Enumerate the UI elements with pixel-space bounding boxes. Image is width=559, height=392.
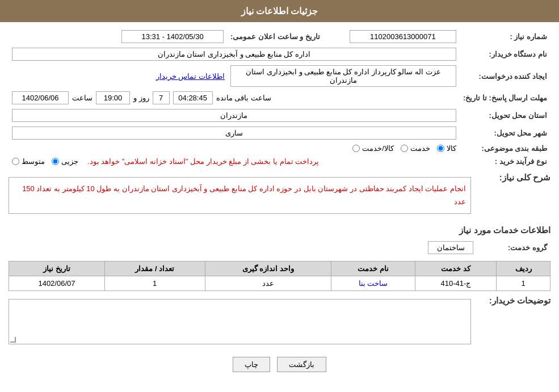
city-value: ساری: [12, 127, 456, 140]
days-label: روز و: [133, 94, 149, 102]
row-qty: 1: [104, 276, 205, 290]
announce-time-value: 1402/05/30 - 13:31: [121, 30, 224, 43]
contact-link[interactable]: اطلاعات تماس خریدار: [156, 72, 225, 81]
category-option-2-label: خدمت: [410, 144, 430, 153]
category-option-2[interactable]: خدمت: [401, 144, 430, 153]
requester-label: ایجاد کننده درخواست:: [460, 63, 550, 89]
services-section-title: اطلاعات خدمات مورد نیاز: [9, 225, 550, 235]
description-label: شرح کلی نیاز:: [477, 172, 550, 183]
buyer-org-label: نام دستگاه خریدار:: [460, 45, 550, 63]
need-number-value: 1102003613000071: [350, 30, 456, 43]
buyer-notes-box: [9, 299, 471, 344]
province-value: مازندران: [12, 109, 456, 122]
row-date: 1402/06/07: [9, 276, 105, 290]
purchase-type-متوسط[interactable]: متوسط: [12, 157, 45, 166]
category-option-3-label: کالا/خدمت: [362, 144, 394, 153]
service-group-label: گروه خدمت:: [477, 239, 550, 256]
days-value: 7: [153, 91, 170, 104]
buyer-notes-label: توضیحات خریدار:: [477, 296, 550, 306]
hours-value: 04:28:45: [173, 91, 213, 104]
purchase-type-جزیی-label: جزیی: [61, 157, 78, 166]
row-code: ج-41-410: [415, 276, 497, 290]
category-option-1[interactable]: کالا: [437, 144, 456, 153]
purchase-type-متوسط-label: متوسط: [22, 157, 45, 166]
announce-time-label: تاریخ و ساعت اعلان عمومی:: [227, 28, 323, 45]
deadline-time-label: ساعت: [72, 94, 93, 102]
city-label: شهر محل تحویل:: [460, 124, 550, 142]
need-number-label: شماره نیاز :: [460, 28, 550, 45]
province-label: استان محل تحویل:: [460, 107, 550, 124]
deadline-time: 19:00: [96, 91, 130, 104]
col-header-unit: واحد اندازه گیری: [205, 261, 331, 276]
category-option-3[interactable]: کالا/خدمت: [352, 144, 394, 153]
row-unit: عدد: [205, 276, 331, 290]
action-buttons: بازگشت چاپ: [9, 357, 550, 372]
print-button[interactable]: چاپ: [233, 357, 270, 372]
category-option-1-label: کالا: [447, 144, 456, 153]
requester-value: عزت اله سالو کارپرداز اداره کل منابع طبی…: [230, 65, 456, 87]
table-row: 1 ج-41-410 ساخت بنا عدد 1 1402/06/07: [9, 276, 550, 290]
page-header: جزئیات اطلاعات نیاز: [0, 0, 559, 22]
category-label: طبقه بندی موضوعی:: [460, 142, 550, 155]
description-text: انجام عملیات ایجاد کمربند حفاظتی در شهرس…: [9, 177, 471, 214]
back-button[interactable]: بازگشت: [277, 357, 326, 372]
response-deadline-label: مهلت ارسال پاسخ: تا تاریخ:: [460, 89, 550, 107]
purchase-type-جزیی[interactable]: جزیی: [52, 157, 78, 166]
row-name[interactable]: ساخت بنا: [359, 279, 388, 288]
row-num: 1: [497, 276, 550, 290]
hours-label: ساعت باقی مانده: [216, 94, 271, 102]
purchase-type-label: نوع فرآیند خرید :: [460, 155, 550, 168]
service-group-value: ساختمان: [428, 241, 473, 254]
col-header-date: تاریخ نیاز: [9, 261, 105, 276]
col-header-row: ردیف: [497, 261, 550, 276]
page-title: جزئیات اطلاعات نیاز: [241, 6, 318, 16]
col-header-qty: تعداد / مقدار: [104, 261, 205, 276]
resize-handle: [10, 337, 16, 343]
deadline-date: 1402/06/06: [12, 91, 69, 104]
purchase-type-note: پرداخت تمام یا بخشی از مبلغ خریدار محل "…: [87, 157, 319, 166]
col-header-name: نام خدمت: [331, 261, 415, 276]
buyer-org-value: اداره کل منابع طبیعی و آبخیزداری استان م…: [12, 48, 456, 61]
col-header-code: کد خدمت: [415, 261, 497, 276]
